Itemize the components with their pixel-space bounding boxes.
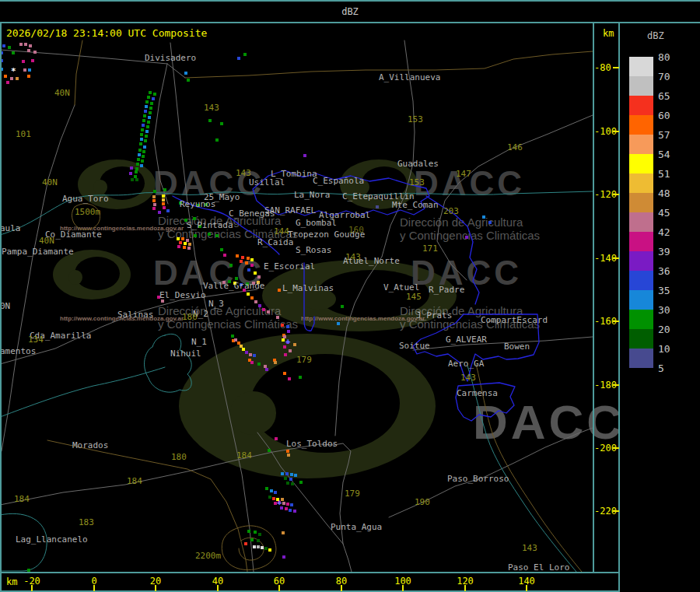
- right-axis-tick: [613, 194, 619, 195]
- right-axis-tick: [613, 257, 619, 259]
- right-axis-tick: [613, 384, 619, 386]
- axes: -80-100-120-140-160-180-200-220-20020406…: [0, 0, 700, 592]
- bottom-axis-tick: [31, 585, 33, 591]
- bottom-axis-tick: [464, 585, 466, 591]
- right-axis-tick: [613, 131, 619, 132]
- right-axis-tick: [613, 447, 619, 449]
- right-axis-tick: [613, 510, 619, 512]
- bottom-axis-tick: [402, 585, 404, 591]
- bottom-axis-tick: [341, 585, 342, 591]
- bottom-axis-tick: [526, 585, 527, 591]
- right-axis-tick-label: -80: [594, 63, 611, 72]
- bottom-axis-tick: [278, 585, 280, 591]
- radar-composite-window: DACCDACCDACCDACCDACCDirección de Agricul…: [0, 0, 700, 592]
- bottom-axis-tick: [93, 585, 95, 591]
- bottom-axis-tick: [217, 585, 219, 591]
- bottom-axis-tick: [155, 585, 156, 591]
- right-axis-tick: [613, 321, 619, 322]
- right-axis-tick: [613, 67, 619, 68]
